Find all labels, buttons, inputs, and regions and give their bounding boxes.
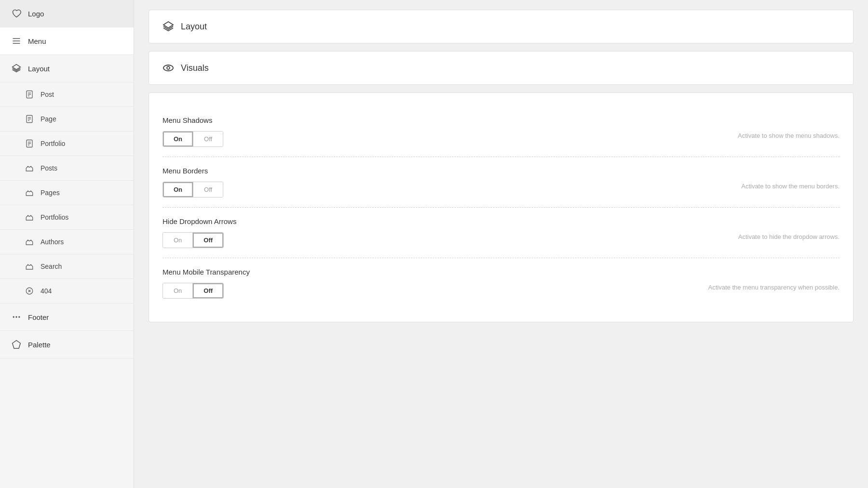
layout-section-panel[interactable]: Layout xyxy=(149,10,854,43)
document-icon-post xyxy=(25,90,34,99)
menu-mobile-transparency-off-btn[interactable]: Off xyxy=(192,283,223,298)
menu-borders-description: Activate to show the menu borders. xyxy=(741,182,840,191)
sidebar-item-portfolio-label: Portfolio xyxy=(41,140,65,147)
sidebar-item-pages[interactable]: Pages xyxy=(0,181,134,205)
hide-dropdown-arrows-description: Activate to hide the dropdow arrows. xyxy=(738,232,840,242)
setting-row-hide-dropdown-arrows: Hide Dropdown Arrows On Off Activate to … xyxy=(163,208,840,258)
setting-row-menu-mobile-transparency: Menu Mobile Transparency On Off Activate… xyxy=(163,258,840,308)
sidebar-item-authors[interactable]: Authors xyxy=(0,230,134,254)
menu-mobile-transparency-body: On Off Activate the menu transparency wh… xyxy=(163,283,840,299)
visuals-section-panel[interactable]: Visuals xyxy=(149,51,854,85)
menu-shadows-on-btn[interactable]: On xyxy=(163,132,193,146)
setting-row-menu-shadows: Menu Shadows On Off Activate to show the… xyxy=(163,106,840,157)
sidebar-item-layout-label: Layout xyxy=(28,65,50,73)
svg-point-19 xyxy=(13,316,14,317)
menu-borders-on-btn[interactable]: On xyxy=(163,182,193,197)
sidebar-item-footer[interactable]: Footer xyxy=(0,303,134,331)
svg-point-25 xyxy=(167,66,170,69)
inbox-icon-portfolios xyxy=(25,213,34,222)
menu-mobile-transparency-toggle: On Off xyxy=(163,283,224,299)
sidebar-item-posts[interactable]: Posts xyxy=(0,156,134,181)
dots-icon xyxy=(12,312,21,322)
sidebar-item-post-label: Post xyxy=(41,91,54,98)
sidebar-item-menu[interactable]: Menu xyxy=(0,27,134,55)
sidebar-item-footer-label: Footer xyxy=(28,313,49,321)
menu-borders-toggle: On Off xyxy=(163,182,223,198)
setting-row-menu-borders: Menu Borders On Off Activate to show the… xyxy=(163,157,840,208)
svg-point-20 xyxy=(15,316,17,317)
sidebar-item-404-label: 404 xyxy=(41,287,52,295)
menu-borders-body: On Off Activate to show the menu borders… xyxy=(163,182,840,198)
hide-dropdown-arrows-toggle: On Off xyxy=(163,232,224,248)
document-icon-page xyxy=(25,115,34,123)
settings-card: Menu Shadows On Off Activate to show the… xyxy=(149,92,854,322)
sidebar-item-posts-label: Posts xyxy=(41,164,57,172)
menu-shadows-description: Activate to show the menu shadows. xyxy=(738,131,840,141)
sidebar-item-menu-label: Menu xyxy=(28,37,46,45)
menu-shadows-toggle: On Off xyxy=(163,131,223,147)
menu-shadows-label: Menu Shadows xyxy=(163,116,840,124)
inbox-icon-posts xyxy=(25,164,34,172)
main-content: Layout Visuals Menu Shadows On Off Activ… xyxy=(134,0,868,488)
menu-borders-label: Menu Borders xyxy=(163,167,840,175)
hide-dropdown-arrows-off-btn[interactable]: Off xyxy=(192,233,223,248)
layout-section-title: Layout xyxy=(181,22,207,32)
menu-mobile-transparency-description: Activate the menu transparency when poss… xyxy=(708,283,840,292)
sidebar-item-logo-label: Logo xyxy=(28,10,44,18)
hide-dropdown-arrows-body: On Off Activate to hide the dropdow arro… xyxy=(163,232,840,248)
sidebar: Logo Menu Layout xyxy=(0,0,134,488)
sidebar-item-search-label: Search xyxy=(41,263,62,270)
menu-mobile-transparency-label: Menu Mobile Transparency xyxy=(163,268,840,276)
sidebar-item-page-label: Page xyxy=(41,115,56,123)
menu-borders-off-btn[interactable]: Off xyxy=(193,182,223,197)
layers-section-icon xyxy=(163,21,174,32)
layers-icon xyxy=(12,64,21,73)
svg-point-21 xyxy=(18,316,20,317)
sidebar-item-page[interactable]: Page xyxy=(0,107,134,132)
sidebar-item-search[interactable]: Search xyxy=(0,254,134,279)
sidebar-item-pages-label: Pages xyxy=(41,189,60,197)
hide-dropdown-arrows-label: Hide Dropdown Arrows xyxy=(163,217,840,225)
sidebar-item-post[interactable]: Post xyxy=(0,82,134,107)
visuals-section-title: Visuals xyxy=(181,63,209,73)
document-icon-portfolio xyxy=(25,139,34,148)
sidebar-item-authors-label: Authors xyxy=(41,238,64,246)
inbox-icon-search xyxy=(25,262,34,271)
sidebar-item-portfolio[interactable]: Portfolio xyxy=(0,132,134,156)
circle-icon-404 xyxy=(25,287,34,295)
inbox-icon-pages xyxy=(25,188,34,197)
menu-shadows-off-btn[interactable]: Off xyxy=(193,132,223,146)
sidebar-item-404[interactable]: 404 xyxy=(0,279,134,303)
menu-icon xyxy=(12,36,21,46)
sidebar-item-layout[interactable]: Layout xyxy=(0,55,134,82)
eye-section-icon xyxy=(163,62,174,74)
heart-icon xyxy=(12,9,21,18)
sidebar-item-palette-label: Palette xyxy=(28,341,51,349)
inbox-icon-authors xyxy=(25,237,34,246)
diamond-icon xyxy=(12,340,21,349)
sidebar-item-portfolios[interactable]: Portfolios xyxy=(0,205,134,230)
svg-marker-22 xyxy=(13,341,21,349)
sidebar-item-palette[interactable]: Palette xyxy=(0,331,134,358)
svg-point-24 xyxy=(163,65,173,71)
sidebar-item-portfolios-label: Portfolios xyxy=(41,213,68,221)
sidebar-item-logo[interactable]: Logo xyxy=(0,0,134,27)
hide-dropdown-arrows-on-btn[interactable]: On xyxy=(163,233,192,248)
menu-mobile-transparency-on-btn[interactable]: On xyxy=(163,283,192,298)
menu-shadows-body: On Off Activate to show the menu shadows… xyxy=(163,131,840,147)
